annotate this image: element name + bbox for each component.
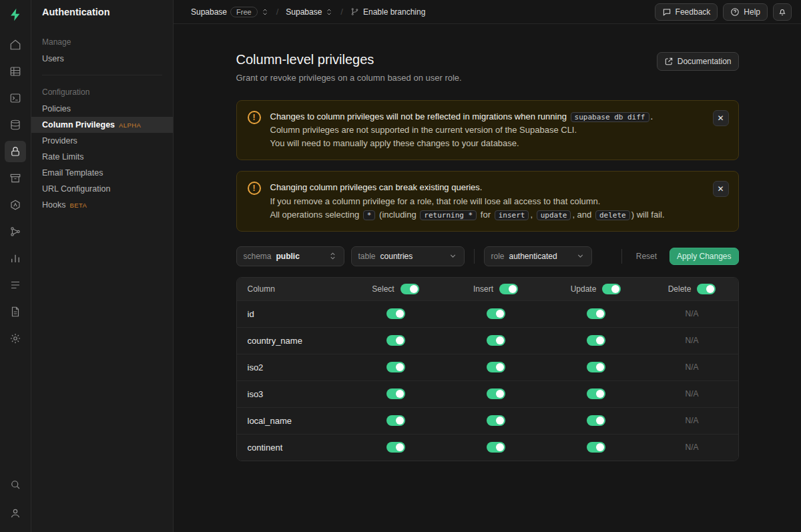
role-select[interactable]: role authenticated [484,246,592,266]
select-toggle[interactable] [386,442,405,453]
select-toggle[interactable] [386,415,405,426]
privileges-table: Column Select Insert Update [236,277,739,461]
migrations-warning-banner: ! Changes to column privileges will not … [236,100,739,160]
code-chip: supabase db diff [571,112,649,122]
insert-toggle[interactable] [487,308,505,319]
schema-select[interactable]: schema public [236,246,344,266]
sql-editor-icon[interactable] [5,87,26,109]
vertical-divider [621,249,622,264]
content-scroll[interactable]: Column-level privileges Grant or revoke … [174,24,801,532]
home-icon[interactable] [5,34,26,55]
insert-toggle[interactable] [487,335,505,346]
select-toggle[interactable] [386,308,405,319]
sidebar-item-hooks[interactable]: Hooks BETA [31,197,173,213]
insert-toggle[interactable] [487,442,505,453]
reset-button[interactable]: Reset [629,248,664,265]
reports-icon[interactable] [5,248,26,269]
apply-changes-button[interactable]: Apply Changes [670,248,738,265]
code-chip: returning * [420,210,477,220]
code-chip: * [363,210,376,220]
column-header: Column [237,284,346,294]
sidebar-item-policies[interactable]: Policies [31,101,173,117]
insert-toggle[interactable] [487,388,505,399]
update-all-toggle[interactable] [602,284,621,294]
settings-icon[interactable] [5,328,26,349]
code-chip: insert [495,210,529,220]
api-docs-icon[interactable] [5,301,26,322]
database-icon[interactable] [5,114,26,136]
insert-toggle[interactable] [487,415,505,426]
chevron-down-icon [576,252,585,260]
delete-na-label: N/A [646,389,738,398]
beta-badge: BETA [69,202,87,209]
chevron-down-icon [449,252,457,260]
sidebar-item-users[interactable]: Users [31,51,173,67]
sidebar-item-providers[interactable]: Providers [31,133,173,149]
insert-all-toggle[interactable] [499,284,518,294]
feedback-button[interactable]: Feedback [655,3,718,21]
chevron-selector-icon [261,8,269,16]
code-chip: update [537,210,571,220]
sidebar-divider [42,75,162,75]
icon-rail [0,0,31,532]
org-switcher[interactable]: Supabase Free [191,7,269,17]
storage-icon[interactable] [5,168,26,189]
alpha-badge: ALPHA [119,121,141,129]
documentation-button[interactable]: Documentation [657,52,739,71]
product-sidebar: Authentication Manage Users Configuratio… [31,0,174,532]
break-queries-warning-banner: ! Changing column privileges can break e… [236,171,739,231]
vertical-divider [474,249,475,264]
update-toggle[interactable] [587,388,605,399]
delete-all-toggle[interactable] [697,284,716,294]
git-branch-icon [350,7,359,16]
table-select[interactable]: table countries [351,246,465,266]
delete-na-label: N/A [646,309,738,318]
sidebar-item-email-templates[interactable]: Email Templates [31,165,173,181]
sidebar-item-column-privileges[interactable]: Column Privileges ALPHA [31,117,173,133]
help-button[interactable]: Help [723,3,768,21]
table-row: iso2 N/A [237,354,738,380]
app-shell: Authentication Manage Users Configuratio… [0,0,801,532]
notifications-button[interactable] [773,3,792,21]
project-switcher[interactable]: Supabase [286,7,333,17]
update-toggle[interactable] [587,335,605,346]
insert-toggle[interactable] [487,362,505,372]
logs-icon[interactable] [5,274,26,296]
table-editor-icon[interactable] [5,61,26,82]
select-toggle[interactable] [386,335,405,346]
plan-badge: Free [230,7,258,17]
table-row: continent N/A [237,434,738,461]
page-title: Column-level privileges [236,52,462,67]
edge-functions-icon[interactable] [5,194,26,216]
select-toggle[interactable] [386,388,405,399]
select-all-toggle[interactable] [400,284,419,294]
update-toggle[interactable] [587,415,605,426]
chevron-selector-icon [325,8,333,16]
delete-na-label: N/A [646,443,738,452]
update-toggle[interactable] [587,308,605,319]
update-toggle[interactable] [587,362,605,372]
select-toggle[interactable] [386,362,405,372]
breadcrumb-separator: / [276,7,279,17]
close-icon[interactable]: ✕ [713,181,729,197]
page-subtitle: Grant or revoke privileges on a column b… [236,73,462,83]
authentication-icon[interactable] [5,141,26,162]
table-row: local_name N/A [237,407,738,434]
table-row: iso3 N/A [237,380,738,407]
enable-branching-button[interactable]: Enable branching [350,7,425,17]
close-icon[interactable]: ✕ [713,110,729,126]
breadcrumb-separator: / [340,7,343,17]
account-icon[interactable] [5,503,26,524]
delete-na-label: N/A [646,336,738,345]
sidebar-item-url-configuration[interactable]: URL Configuration [31,181,173,197]
realtime-icon[interactable] [5,221,26,242]
supabase-logo-icon[interactable] [7,6,24,23]
section-label-configuration: Configuration [31,83,173,101]
delete-na-label: N/A [646,362,738,372]
section-label-manage: Manage [31,33,173,51]
sidebar-title: Authentication [31,0,173,24]
search-icon[interactable] [5,474,26,495]
update-toggle[interactable] [587,442,605,453]
external-link-icon [664,57,674,66]
sidebar-item-rate-limits[interactable]: Rate Limits [31,149,173,165]
